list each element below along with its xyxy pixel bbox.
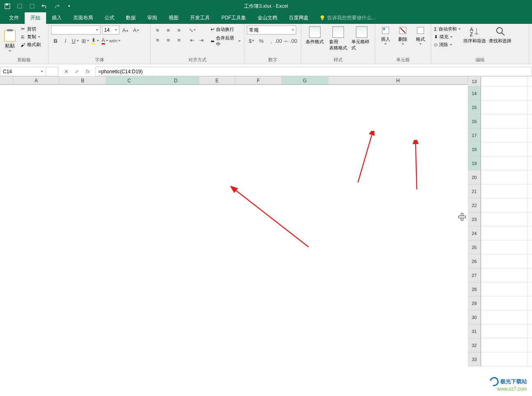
col-header-D[interactable]: D bbox=[153, 77, 199, 85]
tell-me-input[interactable]: 💡 告诉我您想要做什么... bbox=[319, 14, 376, 24]
row-header-28[interactable]: 28 bbox=[468, 282, 481, 296]
fill-button[interactable]: ⬇填充 bbox=[434, 33, 461, 40]
tab-formulas[interactable]: 公式 bbox=[99, 12, 120, 24]
tab-dev[interactable]: 开发工具 bbox=[184, 12, 216, 24]
row-header-25[interactable]: 25 bbox=[468, 240, 481, 254]
italic-button[interactable]: I bbox=[61, 36, 70, 45]
font-color-button[interactable]: A bbox=[100, 36, 109, 45]
cell-B33[interactable] bbox=[527, 352, 532, 366]
col-header-A[interactable]: A bbox=[13, 77, 60, 85]
row-header-13[interactable]: 13 bbox=[468, 77, 481, 86]
cell-A14[interactable] bbox=[481, 86, 527, 100]
tab-home[interactable]: 开始 bbox=[25, 12, 46, 24]
autosum-button[interactable]: Σ自动求和 bbox=[434, 26, 461, 33]
align-center-button[interactable]: ≡ bbox=[164, 35, 173, 44]
align-right-button[interactable]: ≡ bbox=[174, 35, 184, 44]
worksheet-grid[interactable]: ABCDEFGH13141516171819202122232425262728… bbox=[0, 77, 532, 366]
indent-increase-button[interactable]: ⇥ bbox=[197, 35, 206, 44]
qat-icon-3[interactable] bbox=[29, 3, 35, 9]
cell-B20[interactable] bbox=[527, 170, 532, 184]
cell-B16[interactable]: 人资部 bbox=[527, 114, 532, 128]
cell-B23[interactable] bbox=[527, 212, 532, 226]
find-select-button[interactable]: 查找和选择 bbox=[488, 26, 512, 56]
cell-A17[interactable] bbox=[481, 128, 527, 142]
tab-data[interactable]: 数据 bbox=[120, 12, 142, 24]
cell-B18[interactable]: 销售部 bbox=[527, 142, 532, 156]
cell-B31[interactable] bbox=[527, 324, 532, 338]
cancel-formula-button[interactable]: ✕ bbox=[63, 69, 70, 75]
conditional-format-button[interactable]: 条件格式 bbox=[304, 26, 325, 56]
orientation-button[interactable]: ⤡ bbox=[188, 26, 197, 35]
tab-layout[interactable]: 页面布局 bbox=[67, 12, 99, 24]
cell-B25[interactable] bbox=[527, 240, 532, 254]
cell-A15[interactable] bbox=[481, 100, 527, 114]
select-all-corner[interactable] bbox=[0, 77, 13, 85]
sort-filter-button[interactable]: AZ排序和筛选 bbox=[463, 26, 487, 56]
row-header-15[interactable]: 15 bbox=[468, 100, 481, 114]
cell-A30[interactable] bbox=[481, 310, 527, 324]
cell-A27[interactable] bbox=[481, 268, 527, 282]
tab-file[interactable]: 文件 bbox=[3, 12, 25, 24]
fx-icon[interactable]: fx bbox=[84, 68, 91, 75]
cell-B15[interactable]: 销售部 bbox=[527, 100, 532, 114]
cell-B21[interactable] bbox=[527, 184, 532, 198]
fill-color-button[interactable]: ⬍ bbox=[91, 36, 100, 45]
row-header-29[interactable]: 29 bbox=[468, 296, 481, 310]
cell-A13[interactable] bbox=[481, 77, 527, 86]
cell-A18[interactable] bbox=[481, 142, 527, 156]
cell-B14[interactable]: 生产部 bbox=[527, 86, 532, 100]
delete-button[interactable]: 删除 bbox=[395, 26, 411, 56]
cell-A29[interactable] bbox=[481, 296, 527, 310]
insert-button[interactable]: 插入 bbox=[378, 26, 393, 56]
cell-B28[interactable] bbox=[527, 282, 532, 296]
font-size-select[interactable]: 14 bbox=[102, 26, 119, 35]
row-header-23[interactable]: 23 bbox=[468, 212, 481, 226]
cell-A21[interactable] bbox=[481, 184, 527, 198]
clear-button[interactable]: ◇清除 bbox=[434, 41, 461, 48]
border-button[interactable]: ⊞ bbox=[81, 36, 90, 45]
cell-B13[interactable] bbox=[527, 77, 532, 86]
row-header-18[interactable]: 18 bbox=[468, 142, 481, 156]
col-header-C[interactable]: C bbox=[106, 77, 153, 85]
col-header-E[interactable]: E bbox=[199, 77, 235, 85]
cell-A25[interactable] bbox=[481, 240, 527, 254]
cell-A23[interactable] bbox=[481, 212, 527, 226]
col-header-H[interactable]: H bbox=[328, 77, 468, 85]
row-header-19[interactable]: 19 bbox=[468, 156, 481, 170]
redo-icon[interactable] bbox=[53, 3, 60, 9]
format-table-button[interactable]: 套用 表格格式 bbox=[327, 26, 349, 56]
format-button[interactable]: 格式 bbox=[413, 26, 428, 56]
cell-A24[interactable] bbox=[481, 226, 527, 240]
row-header-17[interactable]: 17 bbox=[468, 128, 481, 142]
tab-pdf[interactable]: PDF工具集 bbox=[216, 12, 252, 24]
col-header-B[interactable]: B bbox=[60, 77, 106, 85]
cell-B22[interactable] bbox=[527, 198, 532, 212]
merge-center-button[interactable]: ⬌合并后居中 bbox=[210, 34, 242, 48]
name-box[interactable]: C14 bbox=[0, 67, 46, 76]
cell-A19[interactable] bbox=[481, 156, 527, 170]
cell-A32[interactable] bbox=[481, 338, 527, 352]
cell-B24[interactable] bbox=[527, 226, 532, 240]
tab-review[interactable]: 审阅 bbox=[142, 12, 163, 24]
confirm-formula-button[interactable]: ✓ bbox=[73, 69, 81, 75]
save-icon[interactable] bbox=[4, 3, 11, 9]
bold-button[interactable]: B bbox=[51, 36, 60, 45]
cell-B26[interactable] bbox=[527, 254, 532, 268]
align-bottom-button[interactable]: ≡ bbox=[174, 26, 184, 35]
qat-icon-2[interactable] bbox=[16, 3, 23, 9]
qat-more-icon[interactable] bbox=[66, 3, 72, 9]
row-header-21[interactable]: 21 bbox=[468, 184, 481, 198]
underline-button[interactable]: U bbox=[71, 36, 80, 45]
format-painter-button[interactable]: 🖌格式刷 bbox=[19, 41, 42, 48]
align-left-button[interactable]: ≡ bbox=[153, 35, 162, 44]
row-header-32[interactable]: 32 bbox=[468, 338, 481, 352]
cell-A20[interactable] bbox=[481, 170, 527, 184]
phonetic-button[interactable]: wén bbox=[110, 36, 119, 45]
tab-baidu[interactable]: 百度网盘 bbox=[283, 12, 314, 24]
cell-A26[interactable] bbox=[481, 254, 527, 268]
font-name-select[interactable] bbox=[51, 26, 100, 35]
cell-A31[interactable] bbox=[481, 324, 527, 338]
row-header-31[interactable]: 31 bbox=[468, 324, 481, 338]
cell-B29[interactable] bbox=[527, 296, 532, 310]
row-header-27[interactable]: 27 bbox=[468, 268, 481, 282]
